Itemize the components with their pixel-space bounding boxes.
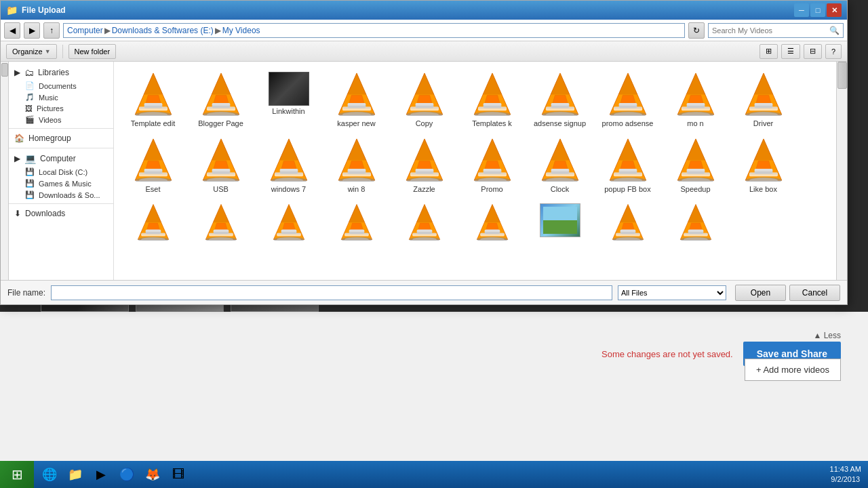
- file-item[interactable]: [460, 200, 524, 247]
- svg-marker-240: [689, 223, 702, 230]
- file-item[interactable]: [595, 200, 660, 247]
- file-item[interactable]: [663, 200, 728, 247]
- cancel-button[interactable]: Cancel: [789, 285, 840, 301]
- taskbar-chrome-icon[interactable]: 🔵: [115, 462, 139, 487]
- file-name-label: promo adsense: [602, 119, 654, 127]
- taskbar-folder-icon[interactable]: 📁: [63, 462, 87, 487]
- svg-rect-224: [484, 230, 500, 232]
- sidebar-item-music[interactable]: 🎵 Music: [9, 92, 113, 103]
- sidebar-item-pictures[interactable]: 🖼 Pictures: [9, 103, 113, 114]
- add-more-videos-button[interactable]: + Add more videos: [745, 359, 841, 381]
- file-item[interactable]: adsense signup: [528, 68, 592, 131]
- svg-rect-125: [415, 169, 433, 171]
- sidebar-item-homegroup[interactable]: 🏠 Homegroup: [9, 131, 113, 145]
- file-item[interactable]: Promo: [460, 134, 524, 197]
- sidebar-item-libraries[interactable]: ▶ 🗂 Libraries: [9, 65, 113, 80]
- file-item[interactable]: Zazzle: [392, 134, 456, 197]
- sidebar-item-downloads[interactable]: 💾 Downloads & So...: [9, 189, 113, 201]
- file-item[interactable]: Blogger Page: [189, 68, 253, 131]
- taskbar-firefox-icon[interactable]: 🦊: [140, 462, 165, 487]
- minimize-button[interactable]: ─: [794, 3, 809, 17]
- breadcrumb-myvideos[interactable]: My Videos: [222, 26, 260, 35]
- up-button[interactable]: ↑: [43, 22, 60, 39]
- file-name-label: File name:: [7, 288, 45, 298]
- sidebar-label-libraries: Libraries: [38, 68, 69, 77]
- file-type-select[interactable]: All Files: [618, 285, 726, 300]
- system-clock: 11:43 AM 9/2/2013: [823, 464, 868, 485]
- svg-marker-154: [686, 139, 705, 161]
- view-list-button[interactable]: ☰: [781, 44, 800, 59]
- file-item[interactable]: Clock: [528, 134, 592, 197]
- sidebar-item-downloads-folder[interactable]: ⬇ Downloads: [9, 207, 113, 220]
- file-name-input[interactable]: [51, 285, 612, 300]
- scrollbar-thumb[interactable]: [837, 62, 847, 89]
- file-item[interactable]: [121, 200, 185, 247]
- breadcrumb-computer[interactable]: Computer: [67, 26, 103, 35]
- file-item[interactable]: [189, 200, 253, 247]
- toolbar-separator: [62, 45, 63, 58]
- sidebar-item-documents[interactable]: 📄 Documents: [9, 80, 113, 92]
- view-details-button[interactable]: ⊟: [804, 44, 822, 59]
- file-item[interactable]: promo adsense: [595, 68, 660, 131]
- file-item[interactable]: [528, 200, 592, 247]
- view-icons-button[interactable]: ⊞: [760, 44, 778, 59]
- file-item[interactable]: Templates k: [460, 68, 524, 131]
- search-box[interactable]: 🔍: [708, 23, 844, 38]
- organize-button[interactable]: Organize ▼: [6, 44, 57, 59]
- svg-marker-213: [418, 223, 431, 230]
- file-item[interactable]: Template edit: [121, 68, 185, 131]
- file-name-label: Speedup: [680, 185, 710, 193]
- file-item[interactable]: kasper new: [324, 68, 389, 131]
- svg-marker-78: [755, 95, 771, 104]
- organize-chevron-icon: ▼: [45, 48, 51, 55]
- sidebar-item-computer[interactable]: ▶ 💻 Computer: [9, 151, 113, 166]
- file-item[interactable]: Speedup: [663, 134, 728, 197]
- new-folder-button[interactable]: New folder: [68, 44, 117, 59]
- file-item[interactable]: [256, 200, 321, 247]
- less-button[interactable]: ▲ Less: [813, 331, 841, 340]
- file-item[interactable]: USB: [189, 134, 253, 197]
- svg-marker-177: [146, 223, 159, 230]
- file-item[interactable]: Copy: [392, 68, 456, 131]
- sidebar-item-local-disk-c[interactable]: 💾 Local Disk (C:): [9, 166, 113, 178]
- file-item[interactable]: Linkwithin: [256, 68, 321, 131]
- file-item[interactable]: Driver: [731, 68, 795, 131]
- file-item[interactable]: [392, 200, 456, 247]
- svg-marker-100: [279, 139, 298, 161]
- taskbar-video-icon[interactable]: 🎞: [166, 462, 191, 487]
- svg-marker-46: [550, 73, 570, 95]
- address-path[interactable]: Computer ▶ Downloads & Softwares (E:) ▶ …: [63, 23, 685, 38]
- svg-marker-190: [280, 205, 296, 223]
- breadcrumb-downloads[interactable]: Downloads & Softwares (E:): [112, 26, 214, 35]
- taskbar-media-icon[interactable]: ▶: [89, 462, 113, 487]
- search-input[interactable]: [712, 26, 827, 35]
- refresh-button[interactable]: ↻: [688, 22, 705, 39]
- svg-marker-33: [416, 95, 432, 104]
- file-item[interactable]: win 8: [324, 134, 389, 197]
- back-button[interactable]: ◀: [4, 22, 20, 39]
- forward-button[interactable]: ▶: [24, 22, 40, 39]
- file-name-label: kasper new: [337, 119, 375, 127]
- svg-marker-82: [143, 139, 163, 161]
- sidebar-item-videos[interactable]: 🎬 Videos: [9, 114, 113, 125]
- open-button[interactable]: Open: [735, 285, 786, 301]
- file-item[interactable]: [324, 200, 389, 247]
- file-area-scrollbar[interactable]: [836, 62, 847, 280]
- start-button[interactable]: ⊞: [0, 461, 34, 488]
- help-button[interactable]: ?: [825, 44, 842, 59]
- sidebar-scrollbar[interactable]: [1, 62, 9, 280]
- taskbar-ie-icon[interactable]: 🌐: [37, 462, 62, 487]
- file-item[interactable]: popup FB box: [595, 134, 660, 197]
- file-item[interactable]: Eset: [121, 134, 185, 197]
- file-name-label: Template edit: [131, 119, 175, 127]
- close-button[interactable]: ✕: [827, 3, 842, 17]
- svg-rect-80: [754, 103, 772, 106]
- libraries-expand-icon: ▶: [14, 68, 20, 77]
- file-item[interactable]: Like box: [731, 134, 795, 197]
- sidebar-scroll-thumb: [1, 63, 8, 77]
- sidebar-item-games-music[interactable]: 💾 Games & Music: [9, 178, 113, 189]
- svg-rect-233: [620, 230, 635, 232]
- maximize-button[interactable]: □: [810, 3, 825, 17]
- file-item[interactable]: windows 7: [256, 134, 321, 197]
- file-item[interactable]: mo n: [663, 68, 728, 131]
